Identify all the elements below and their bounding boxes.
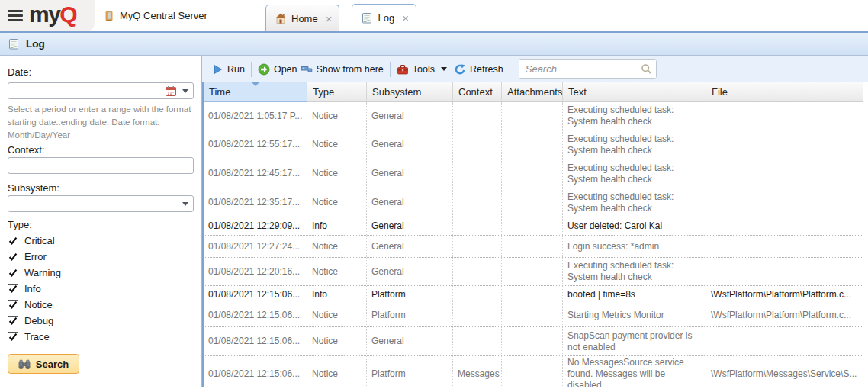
close-tab-icon[interactable]: × [326, 13, 333, 24]
server-name: MyQ Central Server [103, 10, 207, 22]
cell-file [706, 236, 863, 257]
type-checkbox-error[interactable]: Error [8, 249, 194, 265]
cell-type: Notice [307, 130, 367, 159]
checkbox-checked[interactable] [8, 252, 18, 262]
checkbox-checked[interactable] [8, 236, 18, 246]
type-checkbox-critical[interactable]: Critical [8, 233, 194, 249]
hamburger-menu-icon[interactable] [8, 10, 23, 21]
cell-time: 01/08/2021 12:35:17... [204, 188, 307, 217]
cell-attachments [502, 188, 563, 217]
cell-type: Info [307, 286, 367, 304]
search-icon[interactable] [641, 63, 652, 75]
cell-subsystem: General [367, 130, 453, 159]
cell-time: 01/08/2021 12:27:24... [204, 236, 307, 257]
checkbox-checked[interactable] [8, 268, 18, 278]
cell-type: Notice [307, 356, 367, 387]
cell-subsystem: Platform [367, 356, 453, 387]
cell-attachments [502, 130, 563, 159]
tools-dropdown-icon [441, 67, 447, 71]
checkbox-checked[interactable] [8, 316, 18, 326]
table-row[interactable]: 01/08/2021 12:55:17...NoticeGeneralExecu… [204, 130, 863, 159]
table-row[interactable]: 01/08/2021 12:15:06...InfoPlatformbooted… [204, 286, 863, 304]
subsystem-dropdown-icon[interactable] [182, 202, 188, 206]
cell-type: Notice [307, 102, 367, 130]
cell-file [706, 217, 863, 235]
cell-context [453, 217, 502, 235]
cell-subsystem: General [367, 102, 453, 130]
context-field[interactable] [8, 158, 193, 173]
cell-attachments [502, 356, 563, 387]
open-button[interactable]: Open [258, 63, 297, 76]
column-header-context[interactable]: Context [453, 82, 502, 102]
column-header-time[interactable]: Time [204, 82, 307, 102]
panel-title: Log [26, 38, 45, 50]
subsystem-field[interactable] [8, 196, 193, 211]
column-header-type[interactable]: Type [307, 82, 367, 102]
column-header-attachments[interactable]: Attachments [502, 82, 563, 102]
table-row[interactable]: 01/08/2021 12:35:17...NoticeGeneralExecu… [204, 188, 863, 217]
tab-log[interactable]: Log × [352, 4, 416, 31]
type-checkbox-debug[interactable]: Debug [8, 313, 194, 329]
cell-type: Notice [307, 188, 367, 217]
type-checkbox-list: CriticalErrorWarningInfoNoticeDebugTrace [8, 233, 194, 345]
tools-button[interactable]: Tools [397, 63, 447, 76]
table-row[interactable]: 01/08/2021 12:45:17...NoticeGeneralExecu… [204, 159, 863, 188]
column-header-text[interactable]: Text [563, 82, 706, 102]
type-checkbox-label: Error [24, 251, 47, 262]
tab-home[interactable]: Home × [265, 5, 339, 31]
calendar-icon[interactable] [166, 86, 176, 96]
table-row[interactable]: 01/08/2021 12:20:16...NoticeGeneralExecu… [204, 258, 863, 286]
cell-subsystem: Platform [367, 286, 453, 304]
table-row[interactable]: 01/08/2021 12:15:06...NoticePlatformMess… [204, 356, 863, 387]
checkbox-checked[interactable] [8, 284, 18, 294]
close-tab-icon[interactable]: × [402, 12, 409, 24]
table-row[interactable]: 01/08/2021 12:15:06...NoticeGeneralSnapS… [204, 327, 863, 356]
subsystem-select[interactable] [8, 195, 194, 212]
type-checkbox-warning[interactable]: Warning [8, 265, 194, 281]
table-row[interactable]: 01/08/2021 12:29:09...InfoGeneralUser de… [204, 217, 863, 236]
table-row[interactable]: 01/08/2021 12:27:24...NoticeGeneralLogin… [204, 236, 863, 258]
search-button[interactable]: Search [8, 354, 79, 374]
type-checkbox-trace[interactable]: Trace [8, 329, 194, 345]
type-checkbox-label: Info [24, 283, 41, 294]
type-checkbox-notice[interactable]: Notice [8, 297, 194, 313]
column-header-file[interactable]: File [706, 82, 863, 102]
top-bar: myQ MyQ Central Server Home × [0, 0, 868, 33]
type-checkbox-label: Warning [24, 267, 61, 278]
cell-text: Executing scheduled task: System health … [563, 159, 706, 188]
cell-text: Login success: *admin [563, 236, 706, 257]
column-header-subsystem[interactable]: Subsystem [367, 82, 453, 102]
context-input[interactable] [8, 157, 194, 174]
type-checkbox-label: Critical [24, 235, 55, 246]
cell-context: Messages [453, 356, 502, 387]
show-from-here-button[interactable]: Show from here [301, 63, 384, 76]
table-row[interactable]: 01/08/2021 12:15:06...NoticePlatformStar… [204, 304, 863, 327]
type-label: Type: [8, 219, 194, 230]
type-checkbox-label: Debug [24, 315, 53, 326]
table-row[interactable]: 01/08/2021 1:05:17 P...NoticeGeneralExec… [204, 102, 863, 130]
type-checkbox-info[interactable]: Info [8, 281, 194, 297]
cell-time: 01/08/2021 12:15:06... [204, 286, 307, 304]
checkbox-checked[interactable] [8, 332, 18, 342]
log-search-box[interactable] [519, 59, 657, 79]
log-search-input[interactable] [519, 60, 656, 78]
cell-text: No MessagesSource service found. Message… [563, 356, 706, 387]
cell-subsystem: General [367, 327, 453, 355]
cell-context [453, 286, 502, 304]
log-toolbar: Run Open Show from here [202, 56, 868, 82]
cell-attachments [502, 102, 563, 130]
cell-file: \WsfPlatform\Platform\Platform.c... [706, 304, 863, 326]
checkbox-checked[interactable] [8, 300, 18, 310]
run-button[interactable]: Run [211, 63, 245, 76]
refresh-icon [454, 63, 466, 76]
log-table: TimeTypeSubsystemContextAttachmentsTextF… [202, 82, 868, 387]
cell-time: 01/08/2021 1:05:17 P... [204, 102, 307, 130]
cell-type: Notice [307, 258, 367, 285]
refresh-button[interactable]: Refresh [454, 63, 503, 76]
open-icon [258, 63, 270, 76]
date-dropdown-icon[interactable] [182, 89, 188, 93]
date-input[interactable] [8, 82, 194, 99]
home-icon [275, 12, 287, 24]
cell-file [706, 188, 863, 217]
cell-subsystem: General [367, 236, 453, 257]
